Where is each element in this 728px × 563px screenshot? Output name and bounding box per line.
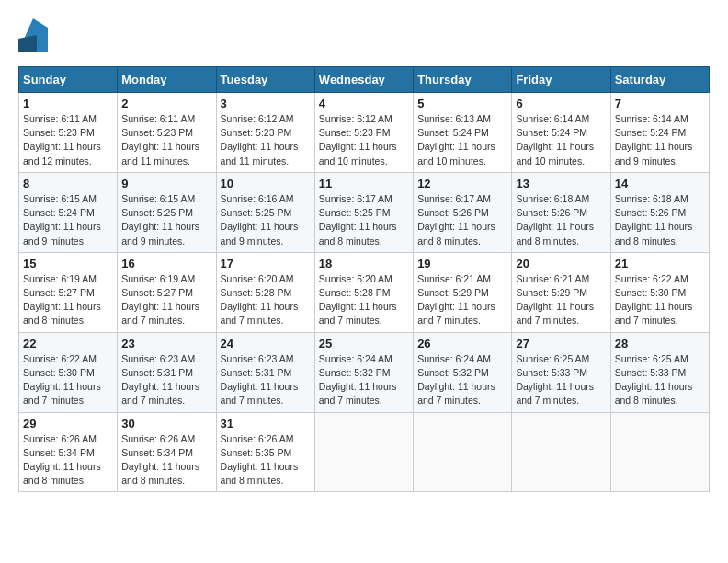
calendar-cell: 3 Sunrise: 6:12 AM Sunset: 5:23 PM Dayli… bbox=[216, 93, 314, 173]
day-info: Sunrise: 6:13 AM Sunset: 5:24 PM Dayligh… bbox=[417, 112, 507, 168]
calendar-cell: 27 Sunrise: 6:25 AM Sunset: 5:33 PM Dayl… bbox=[512, 332, 610, 412]
day-info: Sunrise: 6:11 AM Sunset: 5:23 PM Dayligh… bbox=[121, 112, 211, 168]
day-info: Sunrise: 6:12 AM Sunset: 5:23 PM Dayligh… bbox=[221, 112, 311, 168]
day-number: 11 bbox=[319, 177, 409, 190]
day-info: Sunrise: 6:14 AM Sunset: 5:24 PM Dayligh… bbox=[516, 112, 606, 168]
day-number: 5 bbox=[417, 97, 507, 110]
calendar-cell: 22 Sunrise: 6:22 AM Sunset: 5:30 PM Dayl… bbox=[19, 332, 118, 412]
day-info: Sunrise: 6:24 AM Sunset: 5:32 PM Dayligh… bbox=[417, 352, 507, 408]
day-info: Sunrise: 6:19 AM Sunset: 5:27 PM Dayligh… bbox=[121, 272, 211, 328]
day-info: Sunrise: 6:17 AM Sunset: 5:26 PM Dayligh… bbox=[417, 192, 507, 248]
calendar-cell: 14 Sunrise: 6:18 AM Sunset: 5:26 PM Dayl… bbox=[610, 172, 709, 252]
day-number: 13 bbox=[516, 177, 606, 190]
calendar-cell: 5 Sunrise: 6:13 AM Sunset: 5:24 PM Dayli… bbox=[414, 93, 512, 173]
weekday-header: Monday bbox=[118, 67, 216, 93]
day-number: 26 bbox=[417, 337, 507, 350]
day-number: 22 bbox=[23, 337, 113, 350]
calendar-cell: 11 Sunrise: 6:17 AM Sunset: 5:25 PM Dayl… bbox=[314, 172, 413, 252]
day-info: Sunrise: 6:17 AM Sunset: 5:25 PM Dayligh… bbox=[319, 192, 409, 248]
calendar-cell: 13 Sunrise: 6:18 AM Sunset: 5:26 PM Dayl… bbox=[512, 172, 610, 252]
day-number: 27 bbox=[516, 337, 606, 350]
calendar-cell: 20 Sunrise: 6:21 AM Sunset: 5:29 PM Dayl… bbox=[512, 252, 610, 332]
day-number: 23 bbox=[121, 337, 211, 350]
weekday-header: Thursday bbox=[414, 67, 512, 93]
day-number: 6 bbox=[516, 97, 606, 110]
weekday-header: Saturday bbox=[610, 67, 709, 93]
day-info: Sunrise: 6:15 AM Sunset: 5:25 PM Dayligh… bbox=[121, 192, 211, 248]
calendar-cell: 1 Sunrise: 6:11 AM Sunset: 5:23 PM Dayli… bbox=[19, 93, 118, 173]
day-number: 24 bbox=[221, 337, 311, 350]
day-number: 14 bbox=[615, 177, 705, 190]
day-number: 30 bbox=[121, 417, 211, 431]
day-info: Sunrise: 6:20 AM Sunset: 5:28 PM Dayligh… bbox=[221, 272, 311, 328]
day-number: 20 bbox=[516, 257, 606, 270]
calendar-cell: 28 Sunrise: 6:25 AM Sunset: 5:33 PM Dayl… bbox=[610, 332, 709, 412]
day-info: Sunrise: 6:25 AM Sunset: 5:33 PM Dayligh… bbox=[615, 352, 705, 408]
day-number: 18 bbox=[319, 257, 409, 270]
calendar-cell: 25 Sunrise: 6:24 AM Sunset: 5:32 PM Dayl… bbox=[314, 332, 413, 412]
calendar-cell bbox=[512, 412, 610, 492]
day-number: 17 bbox=[221, 257, 311, 270]
calendar-cell: 7 Sunrise: 6:14 AM Sunset: 5:24 PM Dayli… bbox=[610, 93, 709, 173]
day-info: Sunrise: 6:23 AM Sunset: 5:31 PM Dayligh… bbox=[121, 352, 211, 408]
day-info: Sunrise: 6:21 AM Sunset: 5:29 PM Dayligh… bbox=[417, 272, 507, 328]
calendar-week-row: 8 Sunrise: 6:15 AM Sunset: 5:24 PM Dayli… bbox=[19, 172, 710, 252]
day-number: 9 bbox=[121, 177, 211, 190]
calendar-week-row: 22 Sunrise: 6:22 AM Sunset: 5:30 PM Dayl… bbox=[19, 332, 710, 412]
calendar-cell: 16 Sunrise: 6:19 AM Sunset: 5:27 PM Dayl… bbox=[118, 252, 216, 332]
day-info: Sunrise: 6:12 AM Sunset: 5:23 PM Dayligh… bbox=[319, 112, 409, 168]
page-header bbox=[18, 18, 710, 52]
calendar-cell: 21 Sunrise: 6:22 AM Sunset: 5:30 PM Dayl… bbox=[610, 252, 709, 332]
calendar-week-row: 29 Sunrise: 6:26 AM Sunset: 5:34 PM Dayl… bbox=[19, 412, 710, 492]
calendar-cell: 12 Sunrise: 6:17 AM Sunset: 5:26 PM Dayl… bbox=[414, 172, 512, 252]
calendar-cell: 15 Sunrise: 6:19 AM Sunset: 5:27 PM Dayl… bbox=[19, 252, 118, 332]
weekday-header: Sunday bbox=[19, 67, 118, 93]
day-info: Sunrise: 6:19 AM Sunset: 5:27 PM Dayligh… bbox=[23, 272, 113, 328]
day-info: Sunrise: 6:22 AM Sunset: 5:30 PM Dayligh… bbox=[23, 352, 113, 408]
day-info: Sunrise: 6:23 AM Sunset: 5:31 PM Dayligh… bbox=[221, 352, 311, 408]
calendar-cell: 17 Sunrise: 6:20 AM Sunset: 5:28 PM Dayl… bbox=[216, 252, 314, 332]
day-number: 31 bbox=[221, 417, 311, 431]
calendar-cell: 19 Sunrise: 6:21 AM Sunset: 5:29 PM Dayl… bbox=[414, 252, 512, 332]
day-number: 2 bbox=[121, 97, 211, 110]
day-number: 10 bbox=[221, 177, 311, 190]
logo bbox=[18, 18, 51, 52]
day-number: 16 bbox=[121, 257, 211, 270]
day-number: 25 bbox=[319, 337, 409, 350]
day-number: 4 bbox=[319, 97, 409, 110]
day-info: Sunrise: 6:14 AM Sunset: 5:24 PM Dayligh… bbox=[615, 112, 705, 168]
day-number: 29 bbox=[23, 417, 113, 431]
calendar-cell: 30 Sunrise: 6:26 AM Sunset: 5:34 PM Dayl… bbox=[118, 412, 216, 492]
day-number: 12 bbox=[417, 177, 507, 190]
calendar-table: SundayMondayTuesdayWednesdayThursdayFrid… bbox=[18, 66, 710, 492]
day-number: 8 bbox=[23, 177, 113, 190]
calendar-cell: 23 Sunrise: 6:23 AM Sunset: 5:31 PM Dayl… bbox=[118, 332, 216, 412]
calendar-cell bbox=[314, 412, 413, 492]
calendar-header-row: SundayMondayTuesdayWednesdayThursdayFrid… bbox=[19, 67, 710, 93]
day-info: Sunrise: 6:11 AM Sunset: 5:23 PM Dayligh… bbox=[23, 112, 113, 168]
day-info: Sunrise: 6:18 AM Sunset: 5:26 PM Dayligh… bbox=[516, 192, 606, 248]
weekday-header: Tuesday bbox=[216, 67, 314, 93]
day-number: 15 bbox=[23, 257, 113, 270]
day-info: Sunrise: 6:15 AM Sunset: 5:24 PM Dayligh… bbox=[23, 192, 113, 248]
day-info: Sunrise: 6:21 AM Sunset: 5:29 PM Dayligh… bbox=[516, 272, 606, 328]
day-info: Sunrise: 6:16 AM Sunset: 5:25 PM Dayligh… bbox=[221, 192, 311, 248]
day-info: Sunrise: 6:26 AM Sunset: 5:34 PM Dayligh… bbox=[23, 432, 113, 488]
calendar-cell: 24 Sunrise: 6:23 AM Sunset: 5:31 PM Dayl… bbox=[216, 332, 314, 412]
calendar-cell: 18 Sunrise: 6:20 AM Sunset: 5:28 PM Dayl… bbox=[314, 252, 413, 332]
day-number: 3 bbox=[221, 97, 311, 110]
day-number: 19 bbox=[417, 257, 507, 270]
weekday-header: Wednesday bbox=[314, 67, 413, 93]
day-number: 7 bbox=[615, 97, 705, 110]
calendar-cell: 10 Sunrise: 6:16 AM Sunset: 5:25 PM Dayl… bbox=[216, 172, 314, 252]
weekday-header: Friday bbox=[512, 67, 610, 93]
svg-marker-1 bbox=[18, 35, 37, 52]
day-info: Sunrise: 6:26 AM Sunset: 5:35 PM Dayligh… bbox=[221, 432, 311, 488]
day-number: 21 bbox=[615, 257, 705, 270]
day-number: 1 bbox=[23, 97, 113, 110]
calendar-week-row: 1 Sunrise: 6:11 AM Sunset: 5:23 PM Dayli… bbox=[19, 93, 710, 173]
logo-icon-svg bbox=[18, 18, 48, 52]
day-number: 28 bbox=[615, 337, 705, 350]
calendar-cell: 4 Sunrise: 6:12 AM Sunset: 5:23 PM Dayli… bbox=[314, 93, 413, 173]
day-info: Sunrise: 6:25 AM Sunset: 5:33 PM Dayligh… bbox=[516, 352, 606, 408]
